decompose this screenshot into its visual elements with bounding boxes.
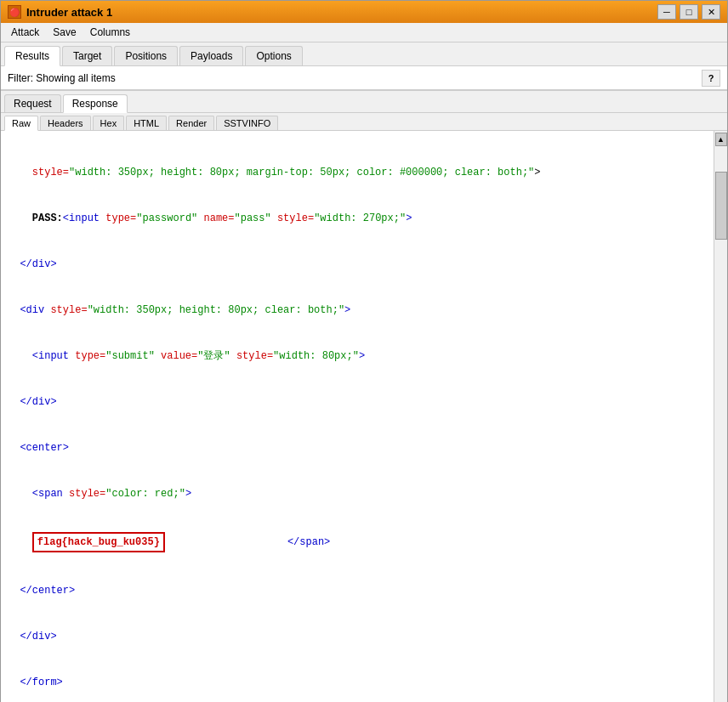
sub-tabs: Request Response: [1, 91, 727, 113]
main-tabs: Results Target Positions Payloads Option…: [1, 42, 727, 66]
code-scroll-area[interactable]: style="width: 350px; height: 80px; margi…: [1, 131, 714, 702]
close-button[interactable]: ✕: [702, 4, 720, 20]
scroll-thumb[interactable]: [715, 172, 727, 240]
window-controls: ─ □ ✕: [657, 4, 720, 20]
code-section: style="width: 350px; height: 80px; margi…: [1, 131, 727, 702]
tab-options[interactable]: Options: [245, 46, 302, 65]
vertical-scrollbar[interactable]: ▲ ▼: [714, 131, 727, 702]
code-line-8: <span style="color: red;">: [8, 486, 707, 501]
code-line-5: <input type="submit" value="登录" style="w…: [8, 348, 707, 364]
filter-bar: Filter: Showing all items ?: [1, 66, 727, 90]
title-bar: 🔴 Intruder attack 1 ─ □ ✕: [1, 1, 727, 23]
inner-tab-html[interactable]: HTML: [126, 116, 167, 130]
menu-columns[interactable]: Columns: [83, 25, 137, 40]
inner-tab-raw[interactable]: Raw: [4, 116, 38, 131]
sub-tab-response[interactable]: Response: [63, 94, 128, 113]
app-icon: 🔴: [8, 5, 21, 19]
flag-value: flag{hack_bug_ku035}: [32, 532, 165, 552]
menu-save[interactable]: Save: [46, 25, 82, 40]
maximize-button[interactable]: □: [680, 4, 698, 20]
code-display: style="width: 350px; height: 80px; margi…: [1, 131, 714, 702]
inner-tab-headers[interactable]: Headers: [40, 116, 91, 130]
window-title: Intruder attack 1: [26, 6, 657, 19]
code-line-2: PASS:<input type="password" name="pass" …: [8, 211, 707, 226]
main-window: 🔴 Intruder attack 1 ─ □ ✕ Attack Save Co…: [0, 0, 728, 702]
menu-bar: Attack Save Columns: [1, 23, 727, 42]
code-line-6: </div>: [8, 394, 707, 410]
minimize-button[interactable]: ─: [657, 4, 676, 20]
code-line-9: flag{hack_bug_ku035} </span>: [8, 532, 707, 552]
code-line-12: </form>: [8, 675, 707, 690]
code-line-3: </div>: [8, 257, 707, 272]
sub-tab-request[interactable]: Request: [4, 94, 61, 112]
filter-text: Filter: Showing all items: [8, 72, 702, 84]
code-line-7: <center>: [8, 440, 707, 456]
inner-tabs: Raw Headers Hex HTML Render SSTVINFO: [1, 113, 727, 131]
menu-attack[interactable]: Attack: [4, 25, 46, 40]
tab-target[interactable]: Target: [62, 46, 112, 65]
inner-tab-hex[interactable]: Hex: [93, 116, 125, 130]
tab-positions[interactable]: Positions: [114, 46, 178, 65]
tab-payloads[interactable]: Payloads: [179, 46, 243, 65]
code-line-1: style="width: 350px; height: 80px; margi…: [8, 165, 707, 180]
filter-help-button[interactable]: ?: [702, 70, 720, 87]
tab-results[interactable]: Results: [4, 46, 60, 66]
inner-tab-sstvinfo[interactable]: SSTVINFO: [216, 116, 278, 130]
code-line-4: <div style="width: 350px; height: 80px; …: [8, 303, 707, 318]
code-line-11: </div>: [8, 629, 707, 644]
inner-tab-render[interactable]: Render: [168, 116, 214, 130]
code-line-10: </center>: [8, 583, 707, 598]
bottom-section: Request Response Raw Headers Hex HTML Re…: [1, 91, 727, 702]
